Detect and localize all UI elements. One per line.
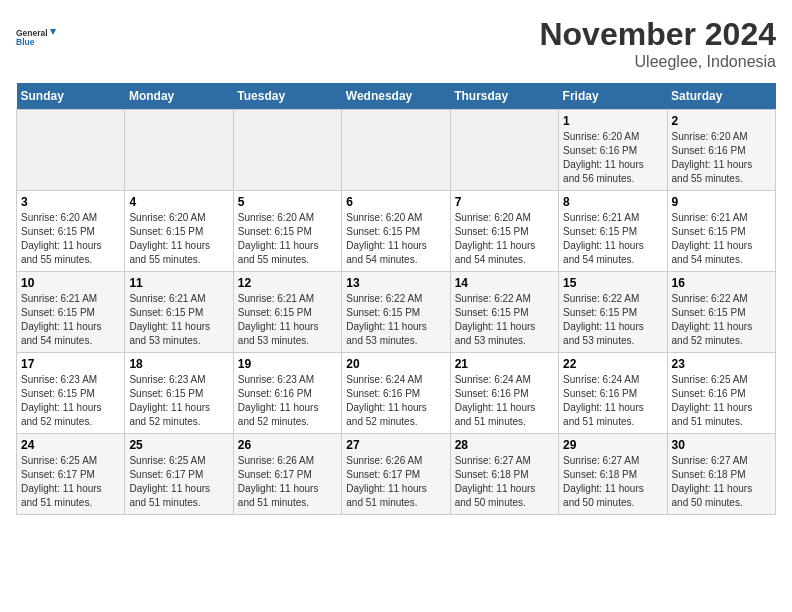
calendar-cell: 19Sunrise: 6:23 AM Sunset: 6:16 PM Dayli… (233, 353, 341, 434)
day-number: 10 (21, 276, 120, 290)
day-detail: Sunrise: 6:22 AM Sunset: 6:15 PM Dayligh… (346, 292, 445, 348)
day-number: 22 (563, 357, 662, 371)
calendar-cell: 10Sunrise: 6:21 AM Sunset: 6:15 PM Dayli… (17, 272, 125, 353)
calendar-cell (233, 110, 341, 191)
day-detail: Sunrise: 6:20 AM Sunset: 6:16 PM Dayligh… (672, 130, 771, 186)
weekday-header: Thursday (450, 83, 558, 110)
calendar-cell: 6Sunrise: 6:20 AM Sunset: 6:15 PM Daylig… (342, 191, 450, 272)
svg-text:Blue: Blue (16, 37, 35, 47)
calendar-cell: 4Sunrise: 6:20 AM Sunset: 6:15 PM Daylig… (125, 191, 233, 272)
calendar-cell (125, 110, 233, 191)
day-detail: Sunrise: 6:25 AM Sunset: 6:17 PM Dayligh… (129, 454, 228, 510)
calendar-cell: 25Sunrise: 6:25 AM Sunset: 6:17 PM Dayli… (125, 434, 233, 515)
calendar-cell: 2Sunrise: 6:20 AM Sunset: 6:16 PM Daylig… (667, 110, 775, 191)
calendar-cell: 28Sunrise: 6:27 AM Sunset: 6:18 PM Dayli… (450, 434, 558, 515)
calendar-cell: 16Sunrise: 6:22 AM Sunset: 6:15 PM Dayli… (667, 272, 775, 353)
calendar-cell: 29Sunrise: 6:27 AM Sunset: 6:18 PM Dayli… (559, 434, 667, 515)
day-number: 4 (129, 195, 228, 209)
calendar-cell: 18Sunrise: 6:23 AM Sunset: 6:15 PM Dayli… (125, 353, 233, 434)
day-detail: Sunrise: 6:21 AM Sunset: 6:15 PM Dayligh… (21, 292, 120, 348)
calendar-cell: 26Sunrise: 6:26 AM Sunset: 6:17 PM Dayli… (233, 434, 341, 515)
day-detail: Sunrise: 6:23 AM Sunset: 6:16 PM Dayligh… (238, 373, 337, 429)
calendar-cell: 23Sunrise: 6:25 AM Sunset: 6:16 PM Dayli… (667, 353, 775, 434)
weekday-header-row: SundayMondayTuesdayWednesdayThursdayFrid… (17, 83, 776, 110)
day-detail: Sunrise: 6:20 AM Sunset: 6:15 PM Dayligh… (238, 211, 337, 267)
day-detail: Sunrise: 6:20 AM Sunset: 6:15 PM Dayligh… (129, 211, 228, 267)
calendar-cell: 7Sunrise: 6:20 AM Sunset: 6:15 PM Daylig… (450, 191, 558, 272)
day-detail: Sunrise: 6:24 AM Sunset: 6:16 PM Dayligh… (346, 373, 445, 429)
day-detail: Sunrise: 6:23 AM Sunset: 6:15 PM Dayligh… (21, 373, 120, 429)
day-number: 23 (672, 357, 771, 371)
page-title: November 2024 (539, 16, 776, 53)
calendar-week-row: 24Sunrise: 6:25 AM Sunset: 6:17 PM Dayli… (17, 434, 776, 515)
day-detail: Sunrise: 6:21 AM Sunset: 6:15 PM Dayligh… (129, 292, 228, 348)
day-number: 27 (346, 438, 445, 452)
day-number: 5 (238, 195, 337, 209)
day-number: 29 (563, 438, 662, 452)
day-number: 17 (21, 357, 120, 371)
calendar-cell: 15Sunrise: 6:22 AM Sunset: 6:15 PM Dayli… (559, 272, 667, 353)
calendar-cell: 1Sunrise: 6:20 AM Sunset: 6:16 PM Daylig… (559, 110, 667, 191)
calendar-cell: 9Sunrise: 6:21 AM Sunset: 6:15 PM Daylig… (667, 191, 775, 272)
calendar-cell: 20Sunrise: 6:24 AM Sunset: 6:16 PM Dayli… (342, 353, 450, 434)
calendar-week-row: 10Sunrise: 6:21 AM Sunset: 6:15 PM Dayli… (17, 272, 776, 353)
calendar-cell: 24Sunrise: 6:25 AM Sunset: 6:17 PM Dayli… (17, 434, 125, 515)
page-subtitle: Uleeglee, Indonesia (539, 53, 776, 71)
day-number: 19 (238, 357, 337, 371)
day-detail: Sunrise: 6:20 AM Sunset: 6:15 PM Dayligh… (455, 211, 554, 267)
calendar-cell (450, 110, 558, 191)
day-detail: Sunrise: 6:21 AM Sunset: 6:15 PM Dayligh… (238, 292, 337, 348)
day-number: 25 (129, 438, 228, 452)
weekday-header: Wednesday (342, 83, 450, 110)
calendar-table: SundayMondayTuesdayWednesdayThursdayFrid… (16, 83, 776, 515)
day-number: 15 (563, 276, 662, 290)
calendar-cell: 8Sunrise: 6:21 AM Sunset: 6:15 PM Daylig… (559, 191, 667, 272)
day-number: 20 (346, 357, 445, 371)
calendar-cell: 13Sunrise: 6:22 AM Sunset: 6:15 PM Dayli… (342, 272, 450, 353)
calendar-cell: 11Sunrise: 6:21 AM Sunset: 6:15 PM Dayli… (125, 272, 233, 353)
day-number: 11 (129, 276, 228, 290)
day-number: 18 (129, 357, 228, 371)
calendar-cell (342, 110, 450, 191)
day-number: 3 (21, 195, 120, 209)
day-number: 6 (346, 195, 445, 209)
day-detail: Sunrise: 6:26 AM Sunset: 6:17 PM Dayligh… (346, 454, 445, 510)
calendar-cell: 3Sunrise: 6:20 AM Sunset: 6:15 PM Daylig… (17, 191, 125, 272)
day-number: 12 (238, 276, 337, 290)
day-number: 26 (238, 438, 337, 452)
day-number: 16 (672, 276, 771, 290)
day-detail: Sunrise: 6:24 AM Sunset: 6:16 PM Dayligh… (563, 373, 662, 429)
day-number: 21 (455, 357, 554, 371)
calendar-cell: 27Sunrise: 6:26 AM Sunset: 6:17 PM Dayli… (342, 434, 450, 515)
calendar-cell: 30Sunrise: 6:27 AM Sunset: 6:18 PM Dayli… (667, 434, 775, 515)
day-number: 14 (455, 276, 554, 290)
day-detail: Sunrise: 6:24 AM Sunset: 6:16 PM Dayligh… (455, 373, 554, 429)
day-detail: Sunrise: 6:22 AM Sunset: 6:15 PM Dayligh… (672, 292, 771, 348)
calendar-week-row: 1Sunrise: 6:20 AM Sunset: 6:16 PM Daylig… (17, 110, 776, 191)
calendar-cell: 17Sunrise: 6:23 AM Sunset: 6:15 PM Dayli… (17, 353, 125, 434)
day-detail: Sunrise: 6:27 AM Sunset: 6:18 PM Dayligh… (672, 454, 771, 510)
day-number: 7 (455, 195, 554, 209)
day-detail: Sunrise: 6:21 AM Sunset: 6:15 PM Dayligh… (563, 211, 662, 267)
calendar-cell (17, 110, 125, 191)
day-number: 2 (672, 114, 771, 128)
day-number: 13 (346, 276, 445, 290)
day-number: 8 (563, 195, 662, 209)
day-number: 28 (455, 438, 554, 452)
day-detail: Sunrise: 6:23 AM Sunset: 6:15 PM Dayligh… (129, 373, 228, 429)
svg-marker-2 (50, 29, 56, 35)
weekday-header: Sunday (17, 83, 125, 110)
title-area: November 2024 Uleeglee, Indonesia (539, 16, 776, 71)
weekday-header: Saturday (667, 83, 775, 110)
weekday-header: Friday (559, 83, 667, 110)
calendar-cell: 12Sunrise: 6:21 AM Sunset: 6:15 PM Dayli… (233, 272, 341, 353)
calendar-cell: 21Sunrise: 6:24 AM Sunset: 6:16 PM Dayli… (450, 353, 558, 434)
day-detail: Sunrise: 6:26 AM Sunset: 6:17 PM Dayligh… (238, 454, 337, 510)
header: General Blue November 2024 Uleeglee, Ind… (16, 16, 776, 71)
day-detail: Sunrise: 6:20 AM Sunset: 6:15 PM Dayligh… (21, 211, 120, 267)
logo: General Blue (16, 16, 56, 60)
day-detail: Sunrise: 6:27 AM Sunset: 6:18 PM Dayligh… (455, 454, 554, 510)
weekday-header: Monday (125, 83, 233, 110)
day-detail: Sunrise: 6:25 AM Sunset: 6:16 PM Dayligh… (672, 373, 771, 429)
day-detail: Sunrise: 6:22 AM Sunset: 6:15 PM Dayligh… (563, 292, 662, 348)
